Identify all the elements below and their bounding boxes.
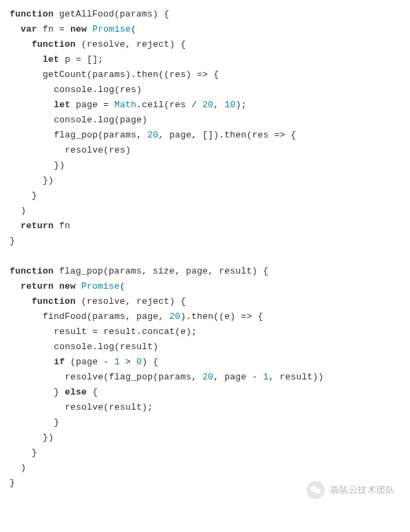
code-line: function (resolve, reject) {	[10, 37, 400, 52]
code-line: let page = Math.ceil(res / 20, 10);	[10, 98, 400, 113]
watermark-text: 袋鼠云技术团队	[330, 483, 396, 498]
code-line: })	[10, 158, 400, 173]
code-line: resolve(flag_pop(params, 20, page - 1, r…	[10, 370, 400, 385]
code-line: resolve(result);	[10, 400, 400, 415]
code-line: console.log(res)	[10, 82, 400, 98]
code-line: function flag_pop(params, size, page, re…	[10, 264, 400, 279]
code-line: findFood(params, page, 20).then((e) => {	[10, 309, 400, 324]
code-line: function getAllFood(params) {	[10, 7, 400, 22]
code-line: var fn = new Promise(	[10, 22, 400, 37]
code-line: }	[10, 415, 400, 430]
code-line: }	[10, 188, 400, 203]
code-line: )	[10, 203, 400, 219]
code-line: getCount(params).then((res) => {	[10, 67, 400, 82]
code-line: })	[10, 173, 400, 188]
code-line: function (resolve, reject) {	[10, 294, 400, 309]
code-line: resolve(res)	[10, 143, 400, 158]
code-line: console.log(page)	[10, 113, 400, 128]
code-line: result = result.concat(e);	[10, 324, 400, 340]
code-line: flag_pop(params, 20, page, []).then(res …	[10, 128, 400, 143]
code-line: )	[10, 461, 400, 476]
code-line: return fn	[10, 219, 400, 234]
code-line: } else {	[10, 385, 400, 400]
code-line: }	[10, 445, 400, 461]
code-line	[10, 249, 400, 264]
svg-point-3	[314, 488, 315, 489]
code-line: }	[10, 234, 400, 249]
svg-point-4	[316, 490, 316, 491]
svg-point-1	[315, 489, 321, 494]
watermark: 袋鼠云技术团队	[307, 481, 396, 499]
code-line: })	[10, 430, 400, 445]
code-block: function getAllFood(params) { var fn = n…	[0, 0, 410, 498]
code-line: let p = [];	[10, 52, 400, 67]
code-line: console.log(result)	[10, 340, 400, 355]
wechat-icon	[307, 481, 325, 499]
svg-point-2	[312, 488, 313, 489]
code-line: return new Promise(	[10, 279, 400, 294]
code-line: if (page - 1 > 0) {	[10, 355, 400, 370]
svg-point-5	[318, 490, 319, 491]
